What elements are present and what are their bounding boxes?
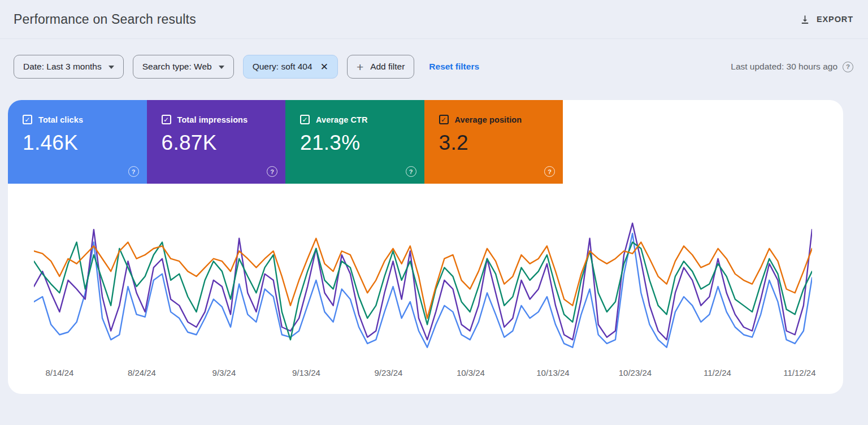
checkbox-checked-icon[interactable]: ✓ bbox=[23, 115, 32, 124]
metric-value: 21.3% bbox=[300, 131, 413, 155]
help-icon[interactable]: ? bbox=[406, 166, 416, 177]
x-axis-tick-label: 10/3/24 bbox=[457, 368, 485, 378]
search-type-filter-chip[interactable]: Search type: Web bbox=[133, 55, 234, 79]
checkbox-checked-icon[interactable]: ✓ bbox=[300, 115, 310, 124]
date-filter-label: Date: Last 3 months bbox=[23, 62, 102, 72]
metric-cards-row: ✓ Total clicks 1.46K ? ✓ Total impressio… bbox=[8, 100, 843, 184]
remove-query-filter-button[interactable]: ✕ bbox=[320, 62, 328, 72]
last-updated-text: Last updated: 30 hours ago bbox=[731, 62, 837, 72]
x-axis-tick-label: 11/2/24 bbox=[704, 368, 731, 378]
checkbox-checked-icon[interactable]: ✓ bbox=[162, 115, 171, 124]
metric-value: 6.87K bbox=[162, 131, 275, 155]
search-type-filter-label: Search type: Web bbox=[142, 62, 212, 72]
help-icon[interactable]: ? bbox=[267, 166, 277, 177]
query-filter-chip[interactable]: Query: soft 404 ✕ bbox=[243, 55, 338, 79]
chevron-down-icon bbox=[108, 66, 114, 69]
average-ctr-card[interactable]: ✓ Average CTR 21.3% ? bbox=[285, 100, 424, 184]
x-axis-labels: 8/14/248/24/249/3/249/13/249/23/2410/3/2… bbox=[34, 363, 812, 385]
search-console-performance-page: Performance on Search results EXPORT Dat… bbox=[0, 0, 868, 394]
x-axis-tick-label: 10/23/24 bbox=[619, 368, 652, 378]
last-updated: Last updated: 30 hours ago ? bbox=[731, 62, 853, 72]
reset-filters-link[interactable]: Reset filters bbox=[429, 62, 479, 72]
help-icon[interactable]: ? bbox=[128, 166, 139, 177]
export-label: EXPORT bbox=[817, 15, 853, 24]
add-filter-label: Add filter bbox=[370, 62, 405, 72]
chevron-down-icon bbox=[219, 66, 224, 69]
x-axis-tick-label: 9/3/24 bbox=[212, 368, 236, 378]
x-axis-tick-label: 8/14/24 bbox=[45, 368, 73, 378]
page-title: Performance on Search results bbox=[14, 12, 196, 27]
total-clicks-card[interactable]: ✓ Total clicks 1.46K ? bbox=[8, 100, 147, 184]
add-filter-button[interactable]: + Add filter bbox=[347, 55, 414, 79]
performance-chart-svg[interactable] bbox=[34, 218, 812, 358]
page-header: Performance on Search results EXPORT bbox=[0, 0, 868, 39]
metric-value: 1.46K bbox=[23, 131, 136, 155]
checkbox-checked-icon[interactable]: ✓ bbox=[439, 115, 449, 124]
filter-bar: Date: Last 3 months Search type: Web Que… bbox=[0, 39, 868, 79]
download-icon bbox=[799, 14, 811, 25]
performance-card: ✓ Total clicks 1.46K ? ✓ Total impressio… bbox=[8, 100, 843, 394]
average-position-card[interactable]: ✓ Average position 3.2 ? bbox=[424, 100, 563, 184]
export-button[interactable]: EXPORT bbox=[799, 14, 853, 25]
date-filter-chip[interactable]: Date: Last 3 months bbox=[14, 55, 124, 79]
performance-chart[interactable]: 8/14/248/24/249/3/249/13/249/23/2410/3/2… bbox=[34, 218, 812, 385]
metric-value: 3.2 bbox=[439, 131, 552, 155]
query-filter-label: Query: soft 404 bbox=[253, 62, 313, 72]
x-axis-tick-label: 8/24/24 bbox=[128, 368, 156, 378]
x-axis-tick-label: 11/12/24 bbox=[783, 368, 815, 378]
metric-label: Total clicks bbox=[38, 115, 83, 124]
help-icon[interactable]: ? bbox=[843, 62, 853, 72]
metric-label: Average position bbox=[455, 115, 522, 124]
help-icon[interactable]: ? bbox=[544, 166, 555, 177]
metric-label: Total impressions bbox=[177, 115, 248, 124]
metric-label: Average CTR bbox=[316, 115, 368, 124]
series-line-impressions bbox=[34, 223, 812, 340]
x-axis-tick-label: 9/23/24 bbox=[374, 368, 402, 378]
plus-icon: + bbox=[357, 61, 363, 73]
x-axis-tick-label: 9/13/24 bbox=[292, 368, 320, 378]
total-impressions-card[interactable]: ✓ Total impressions 6.87K ? bbox=[147, 100, 286, 184]
x-axis-tick-label: 10/13/24 bbox=[536, 368, 569, 378]
